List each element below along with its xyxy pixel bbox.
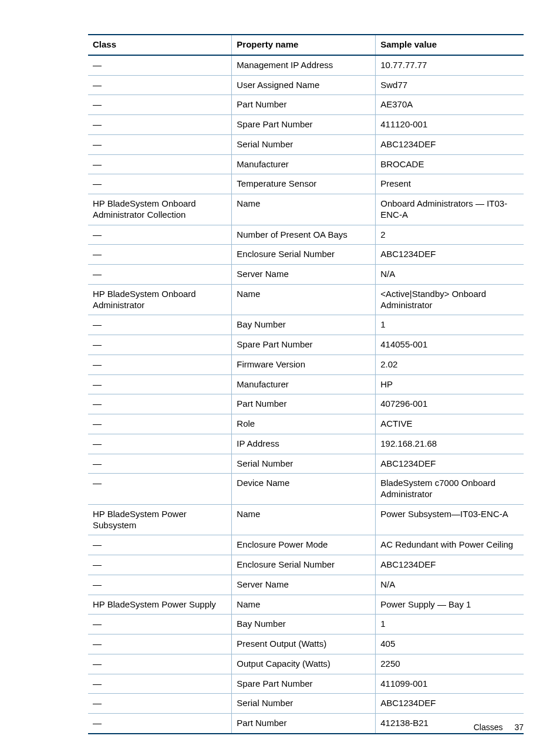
cell-class: — xyxy=(88,95,232,115)
table-row: —Device NameBladeSystem c7000 Onboard Ad… xyxy=(88,474,524,505)
cell-class: — xyxy=(88,174,232,194)
cell-class: HP BladeSystem Onboard Administrator xyxy=(88,284,232,315)
table-row: —Present Output (Watts)405 xyxy=(88,634,524,654)
cell-class: — xyxy=(88,575,232,595)
cell-value: ABC1234DEF xyxy=(376,134,524,154)
cell-class: — xyxy=(88,474,232,505)
cell-value: 407296-001 xyxy=(376,394,524,414)
properties-table: Class Property name Sample value —Manage… xyxy=(88,34,524,734)
cell-value: ABC1234DEF xyxy=(376,245,524,265)
cell-value: 192.168.21.68 xyxy=(376,434,524,454)
table-row: —Enclosure Serial NumberABC1234DEF xyxy=(88,555,524,575)
table-row: —Enclosure Serial NumberABC1234DEF xyxy=(88,245,524,265)
table-row: —Serial NumberABC1234DEF xyxy=(88,694,524,714)
cell-value: N/A xyxy=(376,575,524,595)
table-row: —Part Number407296-001 xyxy=(88,394,524,414)
cell-class: — xyxy=(88,454,232,474)
cell-property: Manufacturer xyxy=(232,374,376,394)
cell-class: — xyxy=(88,714,232,734)
table-row: —Bay Number1 xyxy=(88,315,524,335)
cell-value: ABC1234DEF xyxy=(376,694,524,714)
table-row: —Enclosure Power ModeAC Redundant with P… xyxy=(88,535,524,555)
cell-class: — xyxy=(88,265,232,285)
cell-value: AE370A xyxy=(376,95,524,115)
cell-value: HP xyxy=(376,374,524,394)
cell-class: — xyxy=(88,535,232,555)
cell-value: ACTIVE xyxy=(376,414,524,434)
cell-value: AC Redundant with Power Ceiling xyxy=(376,535,524,555)
cell-property: Serial Number xyxy=(232,694,376,714)
cell-property: Part Number xyxy=(232,394,376,414)
cell-class: — xyxy=(88,154,232,174)
cell-class: — xyxy=(88,115,232,135)
cell-class: — xyxy=(88,225,232,245)
table-row: —RoleACTIVE xyxy=(88,414,524,434)
table-row: —Management IP Address10.77.77.77 xyxy=(88,55,524,75)
cell-value: 1 xyxy=(376,315,524,335)
cell-value: 2250 xyxy=(376,654,524,674)
table-row: —ManufacturerBROCADE xyxy=(88,154,524,174)
cell-value: 2.02 xyxy=(376,355,524,374)
cell-property: Spare Part Number xyxy=(232,335,376,355)
header-property: Property name xyxy=(232,35,376,55)
cell-value: 1 xyxy=(376,615,524,634)
cell-property: Serial Number xyxy=(232,134,376,154)
cell-class: — xyxy=(88,434,232,454)
table-row: —Spare Part Number414055-001 xyxy=(88,335,524,355)
cell-class: — xyxy=(88,615,232,634)
cell-property: Name xyxy=(232,595,376,615)
cell-property: Spare Part Number xyxy=(232,115,376,135)
cell-class: — xyxy=(88,654,232,674)
cell-value: 10.77.77.77 xyxy=(376,55,524,75)
cell-class: — xyxy=(88,245,232,265)
cell-value: Swd77 xyxy=(376,75,524,95)
cell-property: Temperature Sensor xyxy=(232,174,376,194)
cell-value: 414055-001 xyxy=(376,335,524,355)
cell-property: Device Name xyxy=(232,474,376,505)
cell-value: ABC1234DEF xyxy=(376,555,524,575)
cell-value: 2 xyxy=(376,225,524,245)
cell-class: — xyxy=(88,134,232,154)
cell-value: <Active|Standby> Onboard Administrator xyxy=(376,284,524,315)
table-row: —Spare Part Number411099-001 xyxy=(88,674,524,694)
cell-property: Name xyxy=(232,194,376,225)
cell-property: Management IP Address xyxy=(232,55,376,75)
cell-value: ABC1234DEF xyxy=(376,454,524,474)
table-row: —Spare Part Number411120-001 xyxy=(88,115,524,135)
cell-property: Manufacturer xyxy=(232,154,376,174)
cell-property: Bay Number xyxy=(232,315,376,335)
cell-property: Part Number xyxy=(232,95,376,115)
table-row: —Firmware Version2.02 xyxy=(88,355,524,374)
table-row: —Number of Present OA Bays2 xyxy=(88,225,524,245)
table-row: —Server NameN/A xyxy=(88,265,524,285)
cell-property: Enclosure Serial Number xyxy=(232,245,376,265)
cell-value: 411099-001 xyxy=(376,674,524,694)
cell-class: — xyxy=(88,335,232,355)
cell-class: — xyxy=(88,394,232,414)
cell-class: — xyxy=(88,315,232,335)
cell-class: — xyxy=(88,355,232,374)
cell-class: HP BladeSystem Power Supply xyxy=(88,595,232,615)
table-row: HP BladeSystem Power SubsystemNamePower … xyxy=(88,504,524,535)
header-value: Sample value xyxy=(376,35,524,55)
table-row: —Serial NumberABC1234DEF xyxy=(88,454,524,474)
table-row: —Output Capacity (Watts)2250 xyxy=(88,654,524,674)
cell-property: Server Name xyxy=(232,265,376,285)
cell-value: BladeSystem c7000 Onboard Administrator xyxy=(376,474,524,505)
cell-property: Spare Part Number xyxy=(232,674,376,694)
header-class: Class xyxy=(88,35,232,55)
cell-class: — xyxy=(88,674,232,694)
table-row: —Temperature SensorPresent xyxy=(88,174,524,194)
cell-value: Power Subsystem—IT03-ENC-A xyxy=(376,504,524,535)
table-row: HP BladeSystem Onboard AdministratorName… xyxy=(88,284,524,315)
table-row: HP BladeSystem Onboard Administrator Col… xyxy=(88,194,524,225)
cell-class: — xyxy=(88,414,232,434)
table-row: —ManufacturerHP xyxy=(88,374,524,394)
cell-property: Serial Number xyxy=(232,454,376,474)
cell-class: — xyxy=(88,694,232,714)
cell-class: HP BladeSystem Onboard Administrator Col… xyxy=(88,194,232,225)
cell-property: Number of Present OA Bays xyxy=(232,225,376,245)
cell-property: User Assigned Name xyxy=(232,75,376,95)
cell-property: Enclosure Power Mode xyxy=(232,535,376,555)
cell-class: — xyxy=(88,555,232,575)
